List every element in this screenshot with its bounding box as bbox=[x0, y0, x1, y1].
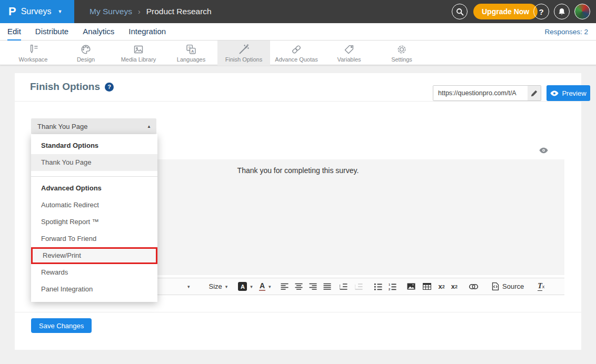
page-title: Finish Options bbox=[30, 81, 100, 93]
chain-links-icon bbox=[290, 43, 303, 56]
source-button[interactable]: Source bbox=[492, 282, 524, 290]
toolbar-item-languages[interactable]: 文A Languages bbox=[165, 41, 217, 65]
media-library-icon bbox=[132, 43, 145, 56]
eye-icon bbox=[539, 147, 548, 154]
svg-text:A: A bbox=[191, 49, 194, 54]
option-forward-to-friend[interactable]: Forward To Friend bbox=[31, 230, 157, 247]
toolbar-item-variables[interactable]: Variables bbox=[323, 41, 375, 65]
languages-icon: 文A bbox=[185, 43, 197, 56]
table-icon bbox=[423, 283, 431, 290]
increase-indent-icon bbox=[340, 283, 347, 290]
tab-distribute[interactable]: Distribute bbox=[35, 23, 68, 41]
bullet-list-button[interactable] bbox=[374, 283, 382, 290]
align-right-button[interactable] bbox=[309, 283, 317, 290]
survey-url-input[interactable] bbox=[433, 86, 528, 100]
option-thank-you-page[interactable]: Thank You Page bbox=[31, 154, 157, 171]
edit-url-button[interactable] bbox=[528, 86, 541, 100]
questionpro-logo: P bbox=[8, 0, 16, 23]
upgrade-now-button[interactable]: Upgrade Now bbox=[473, 4, 538, 19]
increase-indent-button[interactable] bbox=[340, 283, 347, 290]
decrease-indent-button[interactable] bbox=[355, 283, 363, 290]
text-color-icon: A bbox=[259, 282, 265, 291]
user-avatar[interactable] bbox=[574, 4, 590, 19]
gear-icon bbox=[395, 43, 408, 56]
toolbar-item-design[interactable]: Design bbox=[59, 41, 112, 65]
tag-icon bbox=[343, 43, 355, 56]
toolbar-item-finish-options[interactable]: Finish Options bbox=[217, 41, 270, 65]
source-document-icon bbox=[492, 282, 499, 290]
font-combo-caret-icon[interactable]: ▾ bbox=[187, 284, 190, 289]
bullet-list-icon bbox=[374, 283, 382, 290]
decrease-indent-icon bbox=[355, 283, 363, 290]
search-icon bbox=[456, 8, 464, 16]
divider bbox=[15, 312, 581, 312]
search-button[interactable] bbox=[452, 4, 468, 19]
superscript-button[interactable]: x2 bbox=[451, 282, 458, 290]
questionpro-app: P Surveys ▼ My Surveys › Product Researc… bbox=[0, 0, 596, 364]
subscript-button[interactable]: x2 bbox=[439, 282, 445, 290]
tab-analytics[interactable]: Analytics bbox=[83, 23, 114, 41]
option-automatic-redirect[interactable]: Automatic Redirect bbox=[31, 197, 157, 214]
align-right-icon bbox=[309, 283, 317, 290]
chevron-down-icon: ▾ bbox=[225, 284, 228, 289]
chevron-down-icon: ▾ bbox=[250, 284, 253, 289]
design-palette-icon bbox=[80, 43, 92, 56]
insert-table-button[interactable] bbox=[423, 283, 431, 290]
edit-toolbar: Workspace Design Media Library 文A Langua… bbox=[0, 41, 596, 65]
font-size-combo[interactable]: Size ▾ bbox=[209, 282, 228, 290]
responses-count[interactable]: Responses: 2 bbox=[544, 23, 588, 41]
preview-label: Preview bbox=[562, 89, 586, 97]
svg-text:1: 1 bbox=[389, 283, 390, 286]
pencil-icon bbox=[531, 90, 538, 97]
justify-button[interactable] bbox=[323, 283, 331, 290]
standard-options-header: Standard Options bbox=[31, 134, 157, 154]
insert-link-button[interactable] bbox=[469, 284, 478, 289]
breadcrumb-separator: › bbox=[138, 7, 141, 16]
workspace-icon bbox=[27, 43, 39, 56]
option-panel-integration[interactable]: Panel Integration bbox=[31, 281, 157, 298]
insert-image-button[interactable] bbox=[407, 283, 415, 290]
remove-format-button[interactable]: Tx bbox=[538, 282, 544, 291]
preview-thankyou-button[interactable] bbox=[539, 146, 548, 156]
numbered-list-button[interactable]: 12 bbox=[389, 283, 396, 290]
align-left-icon bbox=[281, 283, 289, 290]
svg-text:2: 2 bbox=[389, 287, 390, 290]
tab-edit[interactable]: Edit bbox=[7, 23, 21, 41]
preview-button[interactable]: Preview bbox=[547, 85, 590, 101]
numbered-list-icon: 12 bbox=[389, 283, 396, 290]
thankyou-message-text: Thank you for completing this survey. bbox=[237, 166, 359, 175]
background-color-icon: A bbox=[238, 282, 247, 291]
align-center-button[interactable] bbox=[295, 283, 303, 290]
breadcrumb-current-survey: Product Research bbox=[146, 7, 212, 16]
chevron-down-icon: ▾ bbox=[269, 284, 271, 289]
advanced-options-header: Advanced Options bbox=[31, 177, 157, 197]
surveys-product-menu[interactable]: P Surveys ▼ bbox=[0, 0, 74, 23]
divider bbox=[15, 101, 581, 102]
title-help-button[interactable]: ? bbox=[105, 83, 114, 92]
align-center-icon bbox=[295, 283, 303, 290]
save-changes-button[interactable]: Save Changes bbox=[31, 318, 92, 333]
justify-icon bbox=[323, 283, 331, 290]
align-left-button[interactable] bbox=[281, 283, 289, 290]
toolbar-item-settings[interactable]: Settings bbox=[375, 41, 428, 65]
toolbar-item-advance-quotas[interactable]: Advance Quotas bbox=[270, 41, 323, 65]
breadcrumb: My Surveys › Product Research bbox=[90, 0, 212, 23]
breadcrumb-my-surveys[interactable]: My Surveys bbox=[90, 7, 132, 16]
selected-option-label: Thank You Page bbox=[37, 123, 147, 130]
notifications-button[interactable] bbox=[554, 4, 570, 19]
tab-integration[interactable]: Integration bbox=[128, 23, 166, 41]
toolbar-item-workspace[interactable]: Workspace bbox=[7, 41, 59, 65]
magic-wand-icon bbox=[237, 43, 250, 56]
survey-tabs-row: Edit Distribute Analytics Integration Re… bbox=[0, 23, 596, 41]
finish-option-select[interactable]: Thank You Page ▲ bbox=[31, 118, 156, 134]
background-color-button[interactable]: A ▾ bbox=[238, 282, 253, 291]
help-button[interactable]: ? bbox=[533, 4, 549, 19]
toolbar-item-media-library[interactable]: Media Library bbox=[112, 41, 165, 65]
option-review-print[interactable]: Review/Print bbox=[31, 247, 157, 264]
link-icon bbox=[469, 284, 478, 289]
option-rewards[interactable]: Rewards bbox=[31, 264, 157, 281]
text-color-button[interactable]: A ▾ bbox=[259, 282, 271, 291]
eye-icon bbox=[550, 90, 559, 96]
question-mark-icon: ? bbox=[107, 84, 111, 90]
option-spotlight-report[interactable]: Spotlight Report ™ bbox=[31, 214, 157, 230]
